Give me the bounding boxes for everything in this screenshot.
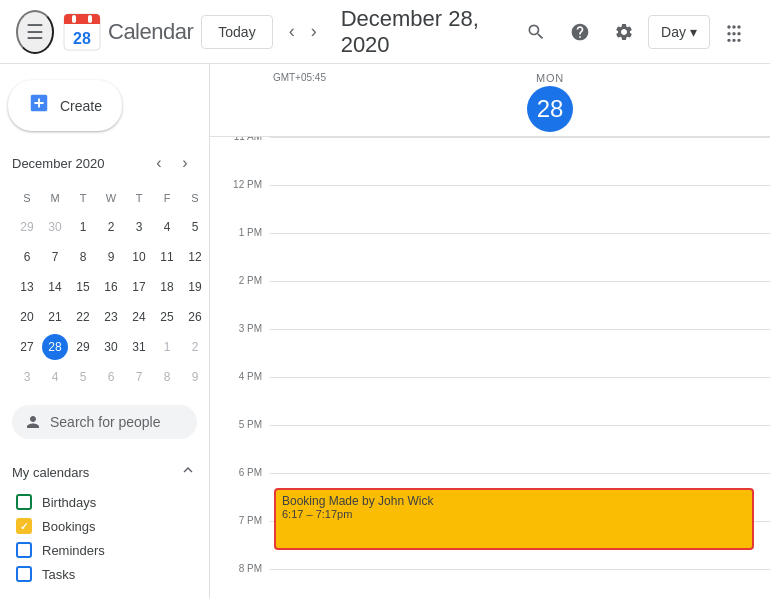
- mini-cal-day[interactable]: 9: [182, 364, 208, 390]
- mini-cal-day[interactable]: 9: [98, 244, 124, 270]
- time-label: 7 PM: [239, 515, 262, 526]
- calendar-checkbox[interactable]: [16, 518, 32, 534]
- settings-icon: [614, 22, 634, 42]
- mini-cal-day[interactable]: 2: [182, 334, 208, 360]
- apps-button[interactable]: [714, 12, 754, 52]
- weekday-header: M: [42, 185, 68, 211]
- weekday-header: W: [98, 185, 124, 211]
- mini-cal-day[interactable]: 6: [14, 244, 40, 270]
- mini-cal-day[interactable]: 27: [14, 334, 40, 360]
- search-people-text: Search for people: [50, 414, 161, 430]
- time-grid: 11 AM12 PM1 PM2 PM3 PM4 PM5 PM6 PM7 PM8 …: [210, 137, 770, 598]
- calendar-checkbox[interactable]: [16, 566, 32, 582]
- mini-cal-day[interactable]: 7: [42, 244, 68, 270]
- calendar-item[interactable]: Birthdays: [4, 490, 205, 514]
- mini-calendar: December 2020 ‹ › SMTWTFS 29301234567891…: [0, 147, 209, 397]
- gmt-label: GMT+05:45: [270, 64, 330, 136]
- mini-cal-day[interactable]: 31: [126, 334, 152, 360]
- time-label: 12 PM: [233, 179, 262, 190]
- search-people-button[interactable]: Search for people: [12, 405, 197, 439]
- svg-rect-5: [88, 15, 92, 23]
- mini-cal-day[interactable]: 11: [154, 244, 180, 270]
- mini-cal-day[interactable]: 4: [42, 364, 68, 390]
- next-period-button[interactable]: ›: [303, 13, 325, 50]
- mini-cal-day[interactable]: 6: [98, 364, 124, 390]
- mini-cal-day[interactable]: 16: [98, 274, 124, 300]
- mini-cal-day[interactable]: 14: [42, 274, 68, 300]
- mini-cal-day[interactable]: 10: [126, 244, 152, 270]
- app-header: ☰ 28 Calendar Today ‹ › December 28, 202…: [0, 0, 770, 64]
- mini-cal-day[interactable]: 25: [154, 304, 180, 330]
- mini-cal-day[interactable]: 18: [154, 274, 180, 300]
- time-slot-row: 4 PM: [210, 377, 270, 425]
- mini-cal-day[interactable]: 12: [182, 244, 208, 270]
- weekday-header: S: [14, 185, 40, 211]
- app-name-label: Calendar: [108, 19, 193, 45]
- day-header-row: GMT+05:45 MON 28: [210, 64, 770, 137]
- mini-cal-day[interactable]: 5: [182, 214, 208, 240]
- mini-cal-day[interactable]: 8: [154, 364, 180, 390]
- mini-cal-day[interactable]: 29: [70, 334, 96, 360]
- mini-cal-day[interactable]: 2: [98, 214, 124, 240]
- time-slot-row: 3 PM: [210, 329, 270, 377]
- hour-line: [270, 137, 770, 185]
- mini-cal-day[interactable]: 5: [70, 364, 96, 390]
- weekday-header: T: [126, 185, 152, 211]
- create-button[interactable]: Create: [8, 80, 122, 131]
- mini-cal-day[interactable]: 19: [182, 274, 208, 300]
- time-labels: 11 AM12 PM1 PM2 PM3 PM4 PM5 PM6 PM7 PM8 …: [210, 137, 270, 598]
- day-name: MON: [330, 72, 770, 84]
- hour-line: [270, 185, 770, 233]
- settings-button[interactable]: [604, 12, 644, 52]
- menu-button[interactable]: ☰: [16, 10, 54, 54]
- my-calendars-title: My calendars: [12, 465, 89, 480]
- svg-text:28: 28: [73, 30, 91, 47]
- mini-cal-day[interactable]: 1: [154, 334, 180, 360]
- create-plus-icon: [28, 92, 50, 119]
- calendar-item[interactable]: Reminders: [4, 538, 205, 562]
- mini-cal-day[interactable]: 28: [42, 334, 68, 360]
- mini-cal-day[interactable]: 30: [98, 334, 124, 360]
- search-icon: [526, 22, 546, 42]
- mini-cal-day[interactable]: 30: [42, 214, 68, 240]
- view-label: Day: [661, 24, 686, 40]
- mini-cal-day[interactable]: 17: [126, 274, 152, 300]
- mini-cal-day[interactable]: 13: [14, 274, 40, 300]
- prev-period-button[interactable]: ‹: [281, 13, 303, 50]
- google-calendar-logo: 28: [62, 12, 102, 52]
- time-label: 6 PM: [239, 467, 262, 478]
- hour-line: [270, 281, 770, 329]
- mini-cal-day[interactable]: 4: [154, 214, 180, 240]
- calendar-item[interactable]: Bookings: [4, 514, 205, 538]
- mini-cal-day[interactable]: 3: [14, 364, 40, 390]
- time-label: 4 PM: [239, 371, 262, 382]
- mini-cal-day[interactable]: 20: [14, 304, 40, 330]
- event-time: 6:17 – 7:17pm: [282, 508, 746, 520]
- mini-cal-day[interactable]: 24: [126, 304, 152, 330]
- hour-line: [270, 377, 770, 425]
- mini-cal-day[interactable]: 3: [126, 214, 152, 240]
- event-booking-john-wick[interactable]: Booking Made by John Wick 6:17 – 7:17pm: [274, 488, 754, 550]
- mini-cal-day[interactable]: 1: [70, 214, 96, 240]
- search-button[interactable]: [516, 12, 556, 52]
- mini-cal-prev-button[interactable]: ‹: [147, 151, 171, 175]
- help-button[interactable]: [560, 12, 600, 52]
- calendar-checkbox[interactable]: [16, 494, 32, 510]
- mini-cal-day[interactable]: 7: [126, 364, 152, 390]
- help-icon: [570, 22, 590, 42]
- mini-cal-day[interactable]: 21: [42, 304, 68, 330]
- calendar-checkbox[interactable]: [16, 542, 32, 558]
- mini-cal-day[interactable]: 23: [98, 304, 124, 330]
- mini-cal-day[interactable]: 29: [14, 214, 40, 240]
- nav-arrows: ‹ ›: [281, 13, 325, 50]
- mini-cal-day[interactable]: 22: [70, 304, 96, 330]
- mini-cal-day[interactable]: 26: [182, 304, 208, 330]
- time-label: 5 PM: [239, 419, 262, 430]
- calendar-item[interactable]: Tasks: [4, 562, 205, 586]
- my-calendars-header[interactable]: My calendars: [0, 455, 209, 490]
- mini-cal-day[interactable]: 15: [70, 274, 96, 300]
- mini-cal-next-button[interactable]: ›: [173, 151, 197, 175]
- mini-cal-day[interactable]: 8: [70, 244, 96, 270]
- view-selector[interactable]: Day ▾: [648, 15, 710, 49]
- today-button[interactable]: Today: [201, 15, 272, 49]
